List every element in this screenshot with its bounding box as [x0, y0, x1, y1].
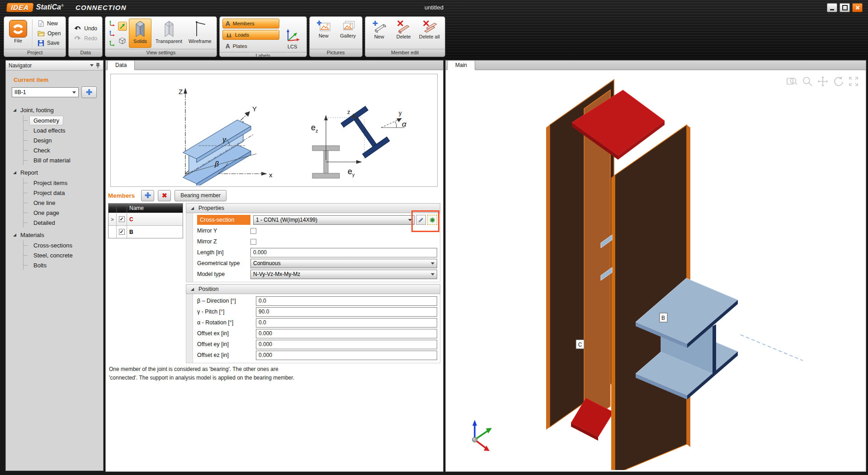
chevron-down-icon	[72, 91, 76, 94]
position-group-header[interactable]: Position	[186, 284, 440, 294]
nav-item-one-line[interactable]: One line	[24, 198, 103, 208]
redo-button[interactable]: Redo	[71, 35, 99, 42]
bearing-member-button[interactable]: Bearing member	[175, 190, 226, 201]
nav-item-one-page[interactable]: One page	[24, 208, 103, 218]
lcs-mini-toggle-2[interactable]	[108, 29, 116, 37]
row-selector-icon: >	[108, 217, 116, 222]
nav-item-bolts[interactable]: Bolts	[24, 260, 103, 270]
name-column-header: Name	[127, 205, 144, 211]
nav-item-geometry[interactable]: Geometry	[24, 115, 103, 125]
labels-members-toggle[interactable]: A Members	[222, 19, 279, 28]
member-label-column[interactable]: C	[576, 340, 584, 349]
member-lcs-toggle[interactable]	[118, 22, 127, 31]
length-input[interactable]	[250, 248, 437, 257]
gamma-pitch-label: γ - Pitch [°]	[197, 309, 256, 315]
member-row-c[interactable]: > C	[108, 213, 183, 225]
expand-icon[interactable]	[848, 76, 859, 87]
cross-section-dropdown[interactable]: 1 - CON1 (W(Imp)14X99)	[253, 215, 415, 225]
member-row-b[interactable]: B	[108, 225, 183, 238]
member-delete-all-button[interactable]: Delete all	[417, 19, 442, 48]
tab-data[interactable]: Data	[107, 60, 135, 70]
offset-ex-input[interactable]	[256, 329, 437, 338]
alpha-rotation-input[interactable]	[256, 318, 437, 328]
properties-group-header[interactable]: Properties	[186, 203, 440, 213]
labels-lcs-toggle[interactable]: LCS	[281, 19, 304, 51]
wireframe-button[interactable]: Wireframe	[186, 19, 214, 48]
offset-ez-input[interactable]	[256, 351, 437, 360]
tree-section-materials[interactable]: Materials	[9, 229, 103, 240]
beta-direction-label: β – Direction [°]	[197, 298, 256, 304]
3d-viewport[interactable]: C B	[446, 70, 866, 470]
svg-text:β: β	[214, 160, 219, 168]
current-item-dropdown[interactable]: IIB-1	[12, 87, 79, 97]
member-visible-checkbox[interactable]	[119, 229, 125, 235]
alpha-rotation-label: α - Rotation [°]	[197, 319, 256, 326]
new-project-button[interactable]: New	[35, 19, 63, 28]
chevron-down-icon[interactable]	[90, 64, 94, 66]
nav-item-project-items[interactable]: Project items	[24, 178, 103, 188]
picture-gallery-button[interactable]: Gallery	[337, 19, 359, 48]
nav-item-cross-sections[interactable]: Cross-sections	[24, 240, 103, 250]
document-title: untitled	[0, 4, 868, 11]
mirror-z-checkbox[interactable]	[250, 239, 256, 245]
save-project-button[interactable]: Save	[35, 39, 63, 47]
maximize-button[interactable]	[840, 3, 850, 12]
undo-button[interactable]: Undo	[71, 25, 99, 32]
tab-main[interactable]: Main	[447, 60, 475, 70]
delete-member-button[interactable]: ✖	[158, 190, 171, 201]
labels-loads-toggle[interactable]: Loads	[222, 30, 279, 40]
svg-text:Z: Z	[179, 88, 183, 95]
pin-icon[interactable]	[95, 62, 100, 69]
labels-plates-toggle[interactable]: A Plates	[222, 41, 279, 51]
gamma-pitch-input[interactable]	[256, 307, 437, 317]
member-new-button[interactable]: New	[368, 19, 391, 48]
solids-button[interactable]: Solids	[129, 19, 151, 48]
tree-section-joint-footing[interactable]: Joint, footing	[9, 104, 103, 115]
nav-item-bill-of-material[interactable]: Bill of material	[24, 155, 103, 165]
zoom-window-icon[interactable]	[786, 76, 798, 87]
pan-icon[interactable]	[817, 76, 829, 87]
close-button[interactable]	[852, 3, 863, 12]
mirror-z-label: Mirror Z	[197, 238, 250, 245]
file-button[interactable]: File	[7, 19, 29, 48]
open-project-button[interactable]: Open	[35, 30, 63, 37]
cross-section-label: Cross-section	[197, 215, 250, 225]
svg-text:B: B	[661, 315, 665, 321]
ribbon-group-labels: A Members Loads A Plates LCS	[219, 16, 307, 57]
copy-cross-section-button[interactable]	[427, 215, 437, 225]
geometrical-type-dropdown[interactable]: Continuous	[250, 259, 437, 268]
transparent-button[interactable]: Transparent	[153, 19, 184, 48]
edit-cross-section-button[interactable]	[416, 215, 426, 225]
add-member-button[interactable]: ✚	[141, 190, 154, 201]
member-properties: Properties Cross-section 1 - CON1 (W(Imp…	[186, 203, 440, 363]
add-item-button[interactable]: ✚	[81, 86, 97, 98]
zoom-icon[interactable]	[802, 76, 813, 87]
model-type-dropdown[interactable]: N-Vy-Vz-Mx-My-Mz	[250, 270, 437, 279]
nav-item-design[interactable]: Design	[24, 135, 103, 145]
beta-direction-input[interactable]	[256, 296, 437, 306]
redo-icon	[74, 35, 81, 41]
navigator-panel: Navigator Current item IIB-1 ✚ Joint, fo…	[5, 60, 104, 471]
lcs-mini-toggle-3[interactable]	[108, 39, 116, 47]
nav-item-load-effects[interactable]: Load effects	[24, 125, 103, 135]
mirror-y-checkbox[interactable]	[250, 228, 256, 234]
nav-item-detailed[interactable]: Detailed	[24, 218, 103, 228]
minimize-button[interactable]	[827, 3, 837, 12]
member-delete-button[interactable]: Delete	[392, 19, 415, 48]
file-icon	[9, 20, 27, 38]
cube-view-toggle[interactable]	[118, 37, 126, 45]
nav-item-check[interactable]: Check	[24, 145, 103, 155]
orbit-icon[interactable]	[832, 76, 844, 87]
offset-ey-input[interactable]	[256, 340, 437, 349]
expander-icon	[13, 171, 16, 175]
member-visible-checkbox[interactable]	[119, 216, 125, 222]
picture-new-button[interactable]: New	[312, 19, 335, 48]
new-document-icon	[38, 20, 44, 27]
tree-section-report[interactable]: Report	[9, 167, 103, 178]
lcs-mini-toggle-1[interactable]	[108, 19, 116, 28]
member-label-beam[interactable]: B	[660, 313, 667, 322]
nav-item-steel-concrete[interactable]: Steel, concrete	[24, 250, 103, 260]
nav-item-project-data[interactable]: Project data	[24, 188, 103, 198]
ribbon-group-view-settings: Solids Transparent Wireframe View settin…	[105, 16, 217, 57]
lcs-axes-icon	[284, 27, 301, 43]
